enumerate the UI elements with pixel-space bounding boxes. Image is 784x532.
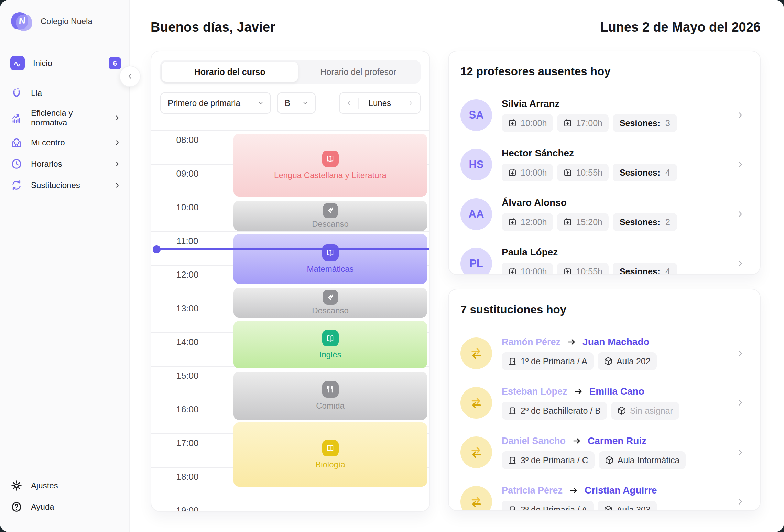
door-icon <box>508 406 517 415</box>
utensils-icon <box>322 381 339 398</box>
calendar-out-icon <box>563 168 572 177</box>
teacher-name: Álvaro Alonso <box>502 197 726 208</box>
event-biologia[interactable]: Biología <box>233 422 427 487</box>
event-title: Comida <box>316 401 345 411</box>
cube-icon <box>604 505 613 511</box>
sidebar-item-horarios[interactable]: Horarios <box>0 153 129 175</box>
substitute-teacher-name: Juan Machado <box>582 336 649 347</box>
avatar: HS <box>460 149 492 180</box>
chevron-right-icon <box>113 139 121 146</box>
day-label: Lunes <box>359 98 401 108</box>
notification-badge: 6 <box>109 57 121 69</box>
sidebar-item-ayuda[interactable]: Ayuda <box>0 496 129 518</box>
chevron-right-icon <box>736 160 745 169</box>
event-descanso-1[interactable]: Descanso <box>233 201 427 231</box>
hour-label: 08:00 <box>151 135 224 145</box>
event-title: Descanso <box>312 306 349 315</box>
start-time-chip: 10:00h <box>502 263 553 275</box>
substitution-row-daniel[interactable]: Daniel Sancho Carmen Ruiz 3º de Primaria… <box>460 433 748 472</box>
avatar: PL <box>460 248 492 275</box>
substitution-row-esteban[interactable]: Esteban López Emilia Cano 2º de Bachille… <box>460 384 748 422</box>
class-chip: 2º de Bachillerato / B <box>502 402 607 420</box>
logo-letter: N <box>18 15 26 26</box>
cube-icon <box>605 456 614 465</box>
door-icon <box>508 456 517 465</box>
book-icon <box>322 440 339 456</box>
sidebar-item-lia[interactable]: Lia <box>0 82 129 104</box>
teacher-row-hector[interactable]: HS Hector Sánchez 10:00h 10:55h Sesiones… <box>460 145 748 184</box>
sidebar-item-mi-centro[interactable]: Mi centro <box>0 132 129 153</box>
cube-icon <box>604 357 613 366</box>
teacher-name: Hector Sánchez <box>502 148 726 159</box>
next-day-button[interactable] <box>401 93 420 113</box>
sidebar-item-label: Mi centro <box>31 138 105 147</box>
room-chip: Aula 202 <box>598 352 657 370</box>
substitution-row-ramon[interactable]: Ramón Pérez Juan Machado 1º de Primaria … <box>460 334 748 373</box>
event-matematicas[interactable]: Matemáticas <box>233 234 427 284</box>
event-descanso-2[interactable]: Descanso <box>233 288 427 318</box>
main-area: Buenos días, Javier Lunes 2 de Mayo del … <box>130 0 784 532</box>
course-select[interactable]: Primero de primaria <box>160 92 271 114</box>
sidebar-item-label: Ajustes <box>31 481 121 490</box>
end-time-chip: 10:55h <box>557 164 608 181</box>
start-time-chip: 12:00h <box>502 213 553 231</box>
teacher-name: Silvia Arranz <box>502 98 726 109</box>
prev-day-button[interactable] <box>340 93 358 113</box>
group-select[interactable]: B <box>277 92 316 114</box>
teacher-row-alvaro[interactable]: AA Álvaro Alonso 12:00h 15:20h Sesiones:… <box>460 195 748 233</box>
schedule-tabs: Horario del curso Horario del profesor <box>160 60 421 84</box>
hour-label: 19:00 <box>151 505 224 511</box>
absent-teachers-panel: 12 profesores ausentes hoy SA Silvia Arr… <box>448 51 761 275</box>
calendar-out-icon <box>563 218 572 226</box>
start-time-chip: 10:00h <box>502 114 553 132</box>
chevron-right-icon <box>736 259 745 268</box>
absences-title: 12 profesores ausentes hoy <box>460 65 748 78</box>
clock-icon <box>10 158 23 170</box>
substitute-teacher-name: Carmen Ruiz <box>588 435 646 446</box>
chevron-left-icon <box>126 72 134 80</box>
sidebar-item-sustituciones[interactable]: Sustituciones <box>0 175 129 196</box>
chevron-right-icon <box>113 160 121 168</box>
chevron-right-icon <box>736 398 745 407</box>
end-time-chip: 10:55h <box>557 263 608 275</box>
divider <box>460 88 748 88</box>
sessions-chip: Sesiones:4 <box>613 263 677 275</box>
teacher-row-silvia[interactable]: SA Silvia Arranz 10:00h 17:00h Sesiones:… <box>460 96 748 134</box>
book-icon <box>322 151 339 167</box>
event-ingles[interactable]: Inglés <box>233 321 427 368</box>
calendar-out-icon <box>563 119 572 128</box>
sidebar-item-eficiencia[interactable]: Eficiencia y normativa <box>0 104 129 132</box>
sidebar-collapse-button[interactable] <box>119 66 141 87</box>
class-chip: 2º de Primaria / A <box>502 501 594 511</box>
swap-arrows-icon <box>460 337 492 369</box>
chevron-right-icon <box>736 448 745 457</box>
app-window: N Colegio Nuela Inicio 6 Lia Eficiencia … <box>0 0 784 532</box>
event-comida[interactable]: Comida <box>233 372 427 420</box>
event-title: Lengua Castellana y Literatura <box>274 170 386 180</box>
book-icon <box>322 244 339 261</box>
cube-icon <box>617 406 626 415</box>
home-wave-icon <box>10 56 25 70</box>
teacher-row-paula[interactable]: PL Paula López 10:00h 10:55h Sesiones:4 <box>460 244 748 275</box>
gear-icon <box>10 479 23 492</box>
hour-label: 10:00 <box>151 202 224 213</box>
chevron-right-icon <box>113 181 121 189</box>
chevron-right-icon <box>736 111 745 120</box>
chevron-right-icon <box>736 349 745 358</box>
sidebar-item-ajustes[interactable]: Ajustes <box>0 475 129 496</box>
absent-teacher-name: Esteban López <box>502 386 567 397</box>
sidebar-item-inicio[interactable]: Inicio 6 <box>0 52 129 75</box>
tab-horario-del-profesor[interactable]: Horario del profesor <box>298 62 419 82</box>
room-chip-unassigned: Sin asignar <box>611 402 679 420</box>
class-chip: 1º de Primaria / A <box>502 352 594 370</box>
tab-horario-del-curso[interactable]: Horario del curso <box>162 62 298 82</box>
hour-label: 13:00 <box>151 303 224 314</box>
chevron-right-icon <box>736 210 745 219</box>
calendar-in-icon <box>508 168 517 177</box>
swap-arrows-icon <box>460 486 492 511</box>
hour-label: 12:00 <box>151 269 224 280</box>
page-header: Buenos días, Javier Lunes 2 de Mayo del … <box>151 20 761 35</box>
substitution-row-patricia[interactable]: Patricia Pérez Cristian Aguirre 2º de Pr… <box>460 483 748 511</box>
event-lengua-castellana[interactable]: Lengua Castellana y Literatura <box>233 134 427 197</box>
calendar-in-icon <box>508 119 517 128</box>
